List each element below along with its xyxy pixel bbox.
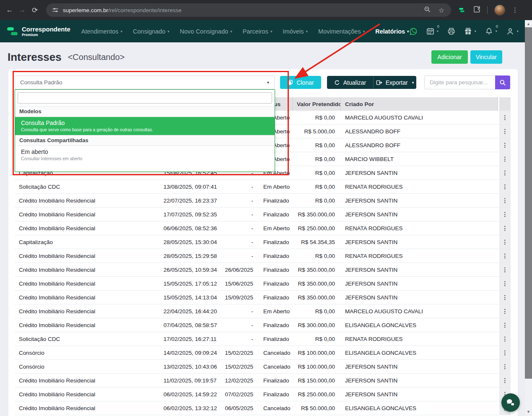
calendar-icon[interactable]: 0 ▾ [426, 27, 439, 35]
browser-forward-icon[interactable]: → [16, 4, 29, 16]
user-icon[interactable]: ▾ [506, 27, 519, 36]
vincular-button[interactable]: Vincular [470, 50, 502, 64]
consulta-select[interactable]: Consulta Padrão ▾ [15, 75, 275, 89]
table-row[interactable]: Crédito Imobiliário Residencial06/02/202… [15, 401, 511, 415]
table-row[interactable]: Solicitação CDC17/02/2025, 16:27:11-Fina… [15, 332, 511, 346]
row-actions-cell[interactable]: ⋮ [498, 332, 511, 346]
nav-item-atendimentos[interactable]: Atendimentos▾ [81, 28, 122, 35]
table-row[interactable]: Crédito Imobiliário Residencial28/05/202… [15, 249, 511, 263]
browser-reload-icon[interactable]: ⟳ [29, 4, 41, 16]
row-actions-cell[interactable]: ⋮ [498, 166, 511, 179]
clonar-button[interactable]: Clonar [280, 76, 321, 89]
row-menu-icon[interactable]: ⋮ [502, 363, 508, 370]
nav-item-consignado[interactable]: Consignado▾ [133, 28, 169, 35]
row-menu-icon[interactable]: ⋮ [502, 197, 508, 204]
nav-item-relatorios[interactable]: Relatórios▾ [375, 28, 409, 35]
row-menu-icon[interactable]: ⋮ [502, 294, 508, 301]
printer-icon[interactable] [447, 27, 455, 35]
row-menu-icon[interactable]: ⋮ [502, 280, 508, 287]
row-actions-cell[interactable]: ⋮ [498, 208, 511, 221]
row-actions-cell[interactable]: ⋮ [498, 263, 511, 276]
whatsapp-icon[interactable] [409, 27, 418, 36]
row-actions-cell[interactable]: ⋮ [498, 291, 511, 304]
adicionar-button[interactable]: Adicionar [431, 50, 467, 64]
row-actions-cell[interactable]: ⋮ [498, 318, 511, 332]
page-scrollbar[interactable]: ▲ ▼ [525, 20, 532, 416]
row-actions-cell[interactable]: ⋮ [498, 249, 511, 263]
row-menu-icon[interactable]: ⋮ [502, 128, 508, 135]
row-menu-icon[interactable]: ⋮ [502, 183, 508, 190]
table-row[interactable]: Crédito Imobiliário Residencial15/05/202… [15, 291, 511, 304]
atualizar-button[interactable]: Atualizar [327, 76, 373, 89]
row-actions-cell[interactable]: ⋮ [498, 374, 511, 387]
zoom-icon[interactable] [424, 6, 431, 15]
row-menu-icon[interactable]: ⋮ [502, 211, 508, 218]
search-input[interactable] [424, 75, 495, 89]
gift-icon[interactable]: ▾ [464, 27, 476, 35]
row-actions-cell[interactable]: ⋮ [498, 111, 511, 124]
row-actions-cell[interactable]: ⋮ [498, 277, 511, 290]
extensions-puzzle-icon[interactable] [473, 5, 480, 15]
row-actions-cell[interactable]: ⋮ [498, 125, 511, 138]
row-menu-icon[interactable]: ⋮ [502, 308, 508, 315]
dropdown-option-em-aberto[interactable]: Em abertoConsultar Interesses em aberto [15, 146, 275, 164]
row-actions-cell[interactable]: ⋮ [498, 221, 511, 235]
bookmark-star-icon[interactable]: ☆ [439, 6, 444, 14]
nav-item-parceiros[interactable]: Parceiros▾ [243, 28, 272, 35]
nav-item-novo-consignado[interactable]: Novo Consignado▾ [180, 28, 232, 35]
table-row[interactable]: Crédito Imobiliário Residencial17/07/202… [15, 208, 511, 221]
address-bar[interactable]: superleme.com.br/rel/correspondente/inte… [46, 3, 451, 17]
row-menu-icon[interactable]: ⋮ [502, 322, 508, 328]
row-actions-cell[interactable]: ⋮ [498, 152, 511, 166]
table-row[interactable]: Crédito Imobiliário Residencial07/04/202… [15, 318, 511, 332]
row-actions-cell[interactable]: ⋮ [498, 360, 511, 373]
row-menu-icon[interactable]: ⋮ [502, 142, 508, 148]
row-actions-cell[interactable]: ⋮ [498, 304, 511, 318]
table-row[interactable]: Consórcio13/02/2025, 10:43:0615/02/2025C… [15, 360, 511, 374]
row-menu-icon[interactable]: ⋮ [502, 252, 508, 259]
browser-profile-avatar[interactable] [494, 5, 505, 16]
superleme-extension-icon[interactable] [457, 5, 466, 15]
scrollbar-up-icon[interactable]: ▲ [525, 20, 532, 27]
row-actions-cell[interactable]: ⋮ [498, 194, 511, 207]
row-menu-icon[interactable]: ⋮ [502, 266, 508, 273]
scrollbar-thumb[interactable] [525, 27, 532, 379]
bell-icon[interactable]: 0 ▾ [485, 27, 497, 35]
nav-item-movimentacoes[interactable]: Movimentações▾ [318, 28, 365, 35]
row-actions-cell[interactable]: ⋮ [498, 346, 511, 359]
cell-valor: R$ 0,00 [293, 152, 341, 166]
table-row[interactable]: Crédito Imobiliário Residencial11/02/202… [15, 374, 511, 387]
chat-fab-button[interactable] [501, 393, 520, 412]
row-menu-icon[interactable]: ⋮ [502, 377, 508, 384]
browser-menu-icon[interactable]: ⋮ [512, 6, 518, 14]
row-menu-icon[interactable]: ⋮ [502, 239, 508, 245]
site-settings-icon[interactable] [52, 7, 59, 13]
row-menu-icon[interactable]: ⋮ [502, 349, 508, 356]
table-row[interactable]: Crédito Imobiliário Residencial22/04/202… [15, 304, 511, 318]
row-menu-icon[interactable]: ⋮ [502, 156, 508, 162]
table-row[interactable]: Crédito Imobiliário Residencial22/07/202… [15, 194, 511, 208]
table-row[interactable]: Crédito Imobiliário Residencial06/02/202… [15, 387, 511, 401]
table-row[interactable]: Crédito Imobiliário Residencial06/06/202… [15, 221, 511, 235]
row-menu-icon[interactable]: ⋮ [502, 335, 508, 342]
row-actions-cell[interactable]: ⋮ [498, 138, 511, 152]
dropdown-option-consulta-padrao[interactable]: Consulta PadrãoConsulta que serve como b… [15, 117, 275, 135]
table-row[interactable]: Solicitação CDC13/08/2025, 09:07:41-Em A… [15, 180, 511, 194]
scrollbar-down-icon[interactable]: ▼ [525, 408, 532, 415]
row-menu-icon[interactable]: ⋮ [502, 114, 508, 121]
table-row[interactable]: Consórcio14/02/2025, 09:09:2415/02/2025C… [15, 346, 511, 360]
search-button[interactable] [495, 75, 510, 89]
table-row[interactable]: Crédito Imobiliário Residencial26/05/202… [15, 263, 511, 277]
nav-item-imoveis[interactable]: Imóveis▾ [283, 28, 308, 35]
cell-valor: R$ 250.000,00 [293, 221, 341, 235]
row-actions-cell[interactable]: ⋮ [498, 235, 511, 249]
table-row[interactable]: Crédito Imobiliário Residencial15/05/202… [15, 277, 511, 291]
row-menu-icon[interactable]: ⋮ [502, 225, 508, 231]
dropdown-search-input[interactable] [18, 92, 272, 104]
row-actions-cell[interactable]: ⋮ [498, 180, 511, 193]
table-row[interactable]: Capitalização28/05/2025, 15:30:04-Finali… [15, 235, 511, 249]
row-menu-icon[interactable]: ⋮ [502, 169, 508, 176]
exportar-button[interactable]: Exportar ▾ [373, 76, 416, 89]
browser-back-icon[interactable]: ← [3, 4, 16, 16]
brand[interactable]: Correspondente Premium [7, 26, 70, 37]
